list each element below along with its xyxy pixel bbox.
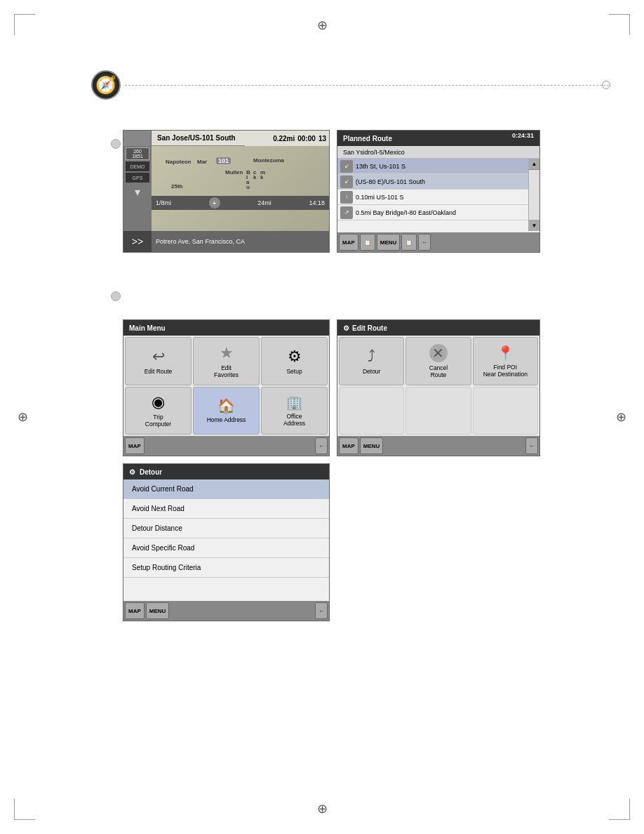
route-item-3-text: 0.10mi US-101 S bbox=[356, 194, 404, 201]
scale-label: 1/8mi bbox=[156, 199, 171, 206]
detour-panel: ⚙ Detour Avoid Current Road Avoid Next R… bbox=[123, 463, 330, 621]
menu-item-setup[interactable]: ⚙ Setup bbox=[261, 337, 328, 385]
menu-item-home-address[interactable]: 🏠 Home Address bbox=[193, 387, 260, 435]
main-menu-header: Main Menu bbox=[123, 320, 329, 336]
scroll-up-btn[interactable]: ▲ bbox=[529, 159, 539, 170]
route-item-1[interactable]: ↙ 13th St, Us-101 S bbox=[337, 159, 539, 174]
home-address-icon: 🏠 bbox=[217, 397, 235, 414]
menu-item-trip-computer[interactable]: ◉ TripComputer bbox=[125, 387, 192, 435]
trip-computer-icon: ◉ bbox=[152, 393, 165, 411]
footer-icon-btn1[interactable]: 📋 bbox=[360, 234, 375, 251]
detour-item-avoid-next[interactable]: Avoid Next Road bbox=[123, 499, 329, 519]
detour-menu-btn[interactable]: MENU bbox=[146, 602, 170, 619]
route-item-3[interactable]: ↑ 0.10mi US-101 S bbox=[337, 190, 539, 205]
avoid-next-label: Avoid Next Road bbox=[132, 505, 185, 512]
route-destination: San Ysidro/I-5/Mexico bbox=[337, 146, 539, 159]
map-area: San Jose/US-101 South 0.22mi 00:00 13 ↙ … bbox=[123, 131, 329, 231]
edit-route-back-btn[interactable]: ← bbox=[525, 437, 538, 454]
distance-value: 0.22mi bbox=[273, 135, 295, 143]
menu-item-setup-label: Setup bbox=[286, 368, 302, 375]
main-menu-grid: ↩ Edit Route ★ EditFavorites ⚙ Setup ◉ T… bbox=[123, 336, 329, 436]
route-scrollbar: ▲ ▼ bbox=[528, 159, 539, 231]
left-crosshair-icon: ⊕ bbox=[18, 409, 28, 425]
route-item-2-text: (US-80 E)/US-101 South bbox=[356, 178, 425, 185]
edit-item-detour[interactable]: ⤴ Detour bbox=[339, 337, 404, 385]
main-menu-footer: MAP ← bbox=[123, 436, 329, 456]
menu-item-office-address[interactable]: 🏢 OfficeAddress bbox=[261, 387, 328, 435]
map-label-k2: k bbox=[260, 174, 263, 180]
route-time: 0:24:31 bbox=[512, 132, 534, 139]
detour-back-btn[interactable]: ← bbox=[315, 602, 328, 619]
detour-item-avoid-specific[interactable]: Avoid Specific Road bbox=[123, 538, 329, 558]
edit-route-title: Edit Route bbox=[352, 324, 387, 332]
corner-bl bbox=[14, 799, 35, 820]
edit-route-map-btn[interactable]: MAP bbox=[339, 437, 358, 454]
edit-item-empty-3 bbox=[473, 387, 538, 435]
menu-map-btn[interactable]: MAP bbox=[125, 437, 145, 454]
edit-item-find-poi[interactable]: 📍 Find POINear Destination bbox=[473, 337, 538, 385]
menu-item-edit-favorites[interactable]: ★ EditFavorites bbox=[193, 337, 260, 385]
detour-label: Detour bbox=[363, 368, 381, 375]
planned-route-title: Planned Route bbox=[343, 135, 392, 143]
edit-route-footer: MAP MENU ← bbox=[337, 436, 539, 456]
section-divider bbox=[125, 85, 609, 86]
edit-route-header: ⚙ Edit Route bbox=[337, 320, 539, 336]
detour-item-avoid-current[interactable]: Avoid Current Road bbox=[123, 479, 329, 499]
menu-item-edit-route[interactable]: ↩ Edit Route bbox=[125, 337, 192, 385]
footer-map-btn[interactable]: MAP bbox=[339, 234, 358, 251]
menu-item-edit-favorites-label: EditFavorites bbox=[214, 364, 239, 378]
main-menu-panel: Main Menu ↩ Edit Route ★ EditFavorites ⚙… bbox=[123, 319, 330, 456]
nav-menu-btn[interactable]: >> bbox=[123, 231, 152, 252]
distance-bar: 1/8mi + 24mi 14:18 bbox=[152, 196, 329, 210]
menu-item-home-address-label: Home Address bbox=[207, 416, 246, 423]
route-item-4-text: 0.5mi Bay Bridge/I-80 East/Oakland bbox=[356, 209, 456, 216]
number-value: 13 bbox=[318, 135, 326, 143]
detour-distance-label: Detour Distance bbox=[132, 524, 182, 532]
edit-route-grid: ⤴ Detour ✕ CancelRoute 📍 Find POINear De… bbox=[337, 336, 539, 436]
cancel-route-label: CancelRoute bbox=[429, 364, 448, 378]
gps-label: GPS bbox=[126, 173, 149, 183]
edit-route-menu-btn[interactable]: MENU bbox=[360, 437, 384, 454]
right-crosshair-icon: ⊕ bbox=[616, 409, 626, 425]
edit-item-cancel-route[interactable]: ✕ CancelRoute bbox=[405, 337, 471, 385]
menu-item-trip-computer-label: TripComputer bbox=[145, 413, 171, 428]
planned-route-panel: Planned Route 0:24:31 San Ysidro/I-5/Mex… bbox=[337, 130, 540, 253]
left-info-panel: 260 1851 DEMO GPS ▾ bbox=[123, 146, 152, 231]
footer-menu-btn[interactable]: MENU bbox=[377, 234, 401, 251]
route-icon-4: ↗ bbox=[340, 206, 353, 219]
footer-back-btn[interactable]: ← bbox=[418, 234, 431, 251]
bullet-1 bbox=[111, 139, 121, 149]
detour-header: ⚙ Detour bbox=[123, 464, 329, 479]
detour-map-btn[interactable]: MAP bbox=[125, 602, 145, 619]
footer-icon-btn2[interactable]: 📋 bbox=[401, 234, 417, 251]
address-text: Potrero Ave, San Francisco, CA bbox=[156, 238, 245, 245]
street-name: San Jose/US-101 South bbox=[157, 134, 236, 142]
scale-btn[interactable]: + bbox=[209, 197, 220, 208]
route-item-2[interactable]: ↙ (US-80 E)/US-101 South bbox=[337, 174, 539, 190]
nav-compass-arrow: ▾ bbox=[135, 185, 140, 199]
route-item-4[interactable]: ↗ 0.5mi Bay Bridge/I-80 East/Oakland bbox=[337, 205, 539, 220]
map-label-k: k bbox=[253, 174, 256, 180]
map-label-u: u bbox=[246, 184, 250, 190]
main-menu-title: Main Menu bbox=[129, 324, 166, 332]
detour-item-setup-routing[interactable]: Setup Routing Criteria bbox=[123, 558, 329, 578]
route-icon-3: ↑ bbox=[340, 191, 353, 204]
scroll-down-btn[interactable]: ▼ bbox=[529, 220, 539, 231]
navigation-map: San Jose/US-101 South 0.22mi 00:00 13 ↙ … bbox=[123, 130, 330, 253]
speed-top: 260 bbox=[133, 149, 142, 154]
compass-logo bbox=[91, 70, 121, 100]
corner-tr bbox=[609, 14, 630, 35]
avoid-specific-label: Avoid Specific Road bbox=[132, 544, 194, 552]
avoid-current-label: Avoid Current Road bbox=[132, 485, 194, 493]
bottom-crosshair-icon: ⊕ bbox=[317, 801, 328, 816]
route-item-1-text: 13th St, Us-101 S bbox=[356, 163, 405, 170]
divider-end bbox=[602, 81, 610, 89]
time-value: 00:00 bbox=[297, 135, 316, 143]
demo-label: DEMO bbox=[126, 161, 149, 171]
scroll-track bbox=[529, 170, 539, 220]
menu-back-btn[interactable]: ← bbox=[315, 437, 328, 454]
corner-tl bbox=[14, 14, 35, 35]
detour-header-icon: ⚙ bbox=[129, 468, 135, 476]
detour-item-distance[interactable]: Detour Distance bbox=[123, 519, 329, 538]
edit-item-empty-1 bbox=[339, 387, 404, 435]
